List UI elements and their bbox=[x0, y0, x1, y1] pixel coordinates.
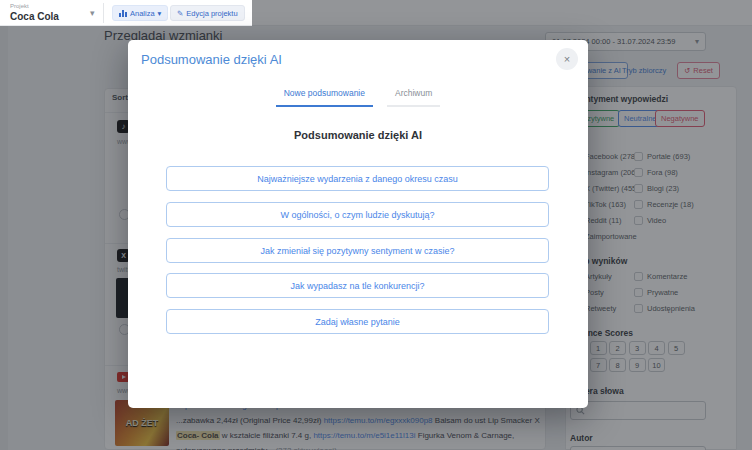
project-label: Projekt bbox=[10, 3, 29, 9]
chevron-down-icon: ▾ bbox=[158, 9, 162, 18]
prompt-sentiment-trend-button[interactable]: Jak zmieniał się pozytywny sentyment w c… bbox=[166, 238, 549, 263]
prompt-discussion-topics-button[interactable]: W ogólności, o czym ludzie dyskutują? bbox=[166, 202, 549, 227]
project-selector[interactable]: Coca Cola bbox=[10, 11, 59, 22]
modal-title: Podsumowanie dzięki AI bbox=[141, 52, 282, 67]
topbar-divider bbox=[103, 3, 104, 23]
edit-project-button[interactable]: ✎ Edycja projektu bbox=[170, 5, 245, 21]
pencil-icon: ✎ bbox=[177, 9, 183, 18]
close-icon[interactable]: × bbox=[556, 48, 578, 70]
bar-chart-icon bbox=[119, 9, 127, 17]
prompt-custom-question-button[interactable]: Zadaj własne pytanie bbox=[166, 309, 549, 334]
tab-new-summary[interactable]: Nowe podsumowanie bbox=[276, 88, 373, 107]
edit-project-label: Edycja projektu bbox=[186, 9, 237, 18]
prompt-top-events-button[interactable]: Najważniejsze wydarzenia z danego okresu… bbox=[166, 166, 549, 191]
modal-backdrop[interactable] bbox=[252, 0, 752, 26]
tab-archive[interactable]: Archiwum bbox=[387, 88, 440, 107]
chevron-down-icon[interactable]: ▾ bbox=[90, 8, 95, 18]
analiza-button[interactable]: Analiza ▾ bbox=[112, 5, 168, 21]
analiza-label: Analiza bbox=[130, 9, 155, 18]
prompt-competitors-button[interactable]: Jak wypadasz na tle konkurencji? bbox=[166, 273, 549, 298]
ai-summary-modal: Podsumowanie dzięki AI × Nowe podsumowan… bbox=[128, 40, 588, 408]
modal-tabs: Nowe podsumowanie Archiwum bbox=[128, 88, 588, 107]
modal-body-title: Podsumowanie dzięki AI bbox=[128, 129, 588, 141]
